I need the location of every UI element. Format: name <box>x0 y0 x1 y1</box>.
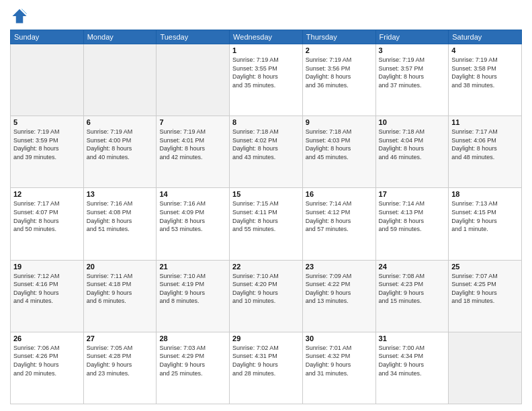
day-number: 1 <box>232 46 300 54</box>
day-number: 12 <box>13 190 81 198</box>
day-cell: 17Sunrise: 7:14 AM Sunset: 4:13 PM Dayli… <box>375 188 449 260</box>
day-cell: 23Sunrise: 7:09 AM Sunset: 4:22 PM Dayli… <box>302 260 375 332</box>
day-cell: 19Sunrise: 7:12 AM Sunset: 4:16 PM Dayli… <box>11 260 84 332</box>
day-cell: 31Sunrise: 7:00 AM Sunset: 4:34 PM Dayli… <box>375 332 449 404</box>
day-number: 22 <box>232 263 300 271</box>
day-number: 16 <box>306 190 373 198</box>
day-number: 8 <box>232 118 300 126</box>
week-row-4: 26Sunrise: 7:06 AM Sunset: 4:26 PM Dayli… <box>11 332 522 404</box>
day-cell: 18Sunrise: 7:13 AM Sunset: 4:15 PM Dayli… <box>449 188 522 260</box>
weekday-header-row: SundayMondayTuesdayWednesdayThursdayFrid… <box>11 30 522 44</box>
day-info: Sunrise: 7:15 AM Sunset: 4:11 PM Dayligh… <box>232 199 300 233</box>
day-number: 3 <box>379 46 446 54</box>
day-info: Sunrise: 7:19 AM Sunset: 4:00 PM Dayligh… <box>87 128 154 161</box>
day-cell: 21Sunrise: 7:10 AM Sunset: 4:19 PM Dayli… <box>157 260 230 332</box>
day-number: 4 <box>451 46 519 54</box>
logo-icon <box>10 7 29 26</box>
day-number: 29 <box>232 334 300 342</box>
day-info: Sunrise: 7:05 AM Sunset: 4:28 PM Dayligh… <box>87 344 154 377</box>
weekday-header-wednesday: Wednesday <box>230 30 303 44</box>
day-info: Sunrise: 7:19 AM Sunset: 3:55 PM Dayligh… <box>232 56 300 89</box>
day-cell: 22Sunrise: 7:10 AM Sunset: 4:20 PM Dayli… <box>230 260 303 332</box>
day-info: Sunrise: 7:14 AM Sunset: 4:13 PM Dayligh… <box>379 199 446 233</box>
header <box>10 7 522 26</box>
calendar: SundayMondayTuesdayWednesdayThursdayFrid… <box>10 30 522 404</box>
day-number: 26 <box>13 334 81 342</box>
day-number: 23 <box>306 263 373 271</box>
day-info: Sunrise: 7:10 AM Sunset: 4:19 PM Dayligh… <box>159 272 226 306</box>
day-info: Sunrise: 7:12 AM Sunset: 4:16 PM Dayligh… <box>13 272 81 306</box>
day-cell: 9Sunrise: 7:18 AM Sunset: 4:03 PM Daylig… <box>302 116 375 188</box>
day-cell: 7Sunrise: 7:19 AM Sunset: 4:01 PM Daylig… <box>157 116 230 188</box>
day-cell: 15Sunrise: 7:15 AM Sunset: 4:11 PM Dayli… <box>230 188 303 260</box>
day-info: Sunrise: 7:19 AM Sunset: 4:01 PM Dayligh… <box>159 128 226 161</box>
day-info: Sunrise: 7:00 AM Sunset: 4:34 PM Dayligh… <box>379 344 446 377</box>
day-number: 10 <box>379 118 446 126</box>
weekday-header-friday: Friday <box>375 30 449 44</box>
page: SundayMondayTuesdayWednesdayThursdayFrid… <box>0 0 532 411</box>
day-info: Sunrise: 7:03 AM Sunset: 4:29 PM Dayligh… <box>159 344 226 377</box>
day-info: Sunrise: 7:09 AM Sunset: 4:22 PM Dayligh… <box>306 272 373 306</box>
day-number: 30 <box>306 334 373 342</box>
day-number: 19 <box>13 263 81 271</box>
day-info: Sunrise: 7:16 AM Sunset: 4:08 PM Dayligh… <box>87 199 154 233</box>
day-number: 13 <box>87 190 154 198</box>
week-row-2: 12Sunrise: 7:17 AM Sunset: 4:07 PM Dayli… <box>11 188 522 260</box>
day-cell <box>83 44 157 116</box>
day-number: 5 <box>13 118 81 126</box>
day-cell: 11Sunrise: 7:17 AM Sunset: 4:06 PM Dayli… <box>449 116 522 188</box>
day-number: 25 <box>451 263 519 271</box>
day-cell: 4Sunrise: 7:19 AM Sunset: 3:58 PM Daylig… <box>449 44 522 116</box>
weekday-header-monday: Monday <box>83 30 157 44</box>
day-cell: 2Sunrise: 7:19 AM Sunset: 3:56 PM Daylig… <box>302 44 375 116</box>
logo <box>10 7 32 26</box>
day-cell <box>11 44 84 116</box>
day-info: Sunrise: 7:16 AM Sunset: 4:09 PM Dayligh… <box>159 199 226 233</box>
day-info: Sunrise: 7:19 AM Sunset: 3:57 PM Dayligh… <box>379 56 446 89</box>
day-cell: 29Sunrise: 7:02 AM Sunset: 4:31 PM Dayli… <box>230 332 303 404</box>
day-cell <box>157 44 230 116</box>
day-info: Sunrise: 7:18 AM Sunset: 4:03 PM Dayligh… <box>306 128 373 161</box>
day-cell: 5Sunrise: 7:19 AM Sunset: 3:59 PM Daylig… <box>11 116 84 188</box>
day-number: 17 <box>379 190 446 198</box>
day-info: Sunrise: 7:18 AM Sunset: 4:02 PM Dayligh… <box>232 128 300 161</box>
day-info: Sunrise: 7:18 AM Sunset: 4:04 PM Dayligh… <box>379 128 446 161</box>
day-cell: 25Sunrise: 7:07 AM Sunset: 4:25 PM Dayli… <box>449 260 522 332</box>
day-info: Sunrise: 7:02 AM Sunset: 4:31 PM Dayligh… <box>232 344 300 377</box>
weekday-header-sunday: Sunday <box>11 30 84 44</box>
day-cell: 16Sunrise: 7:14 AM Sunset: 4:12 PM Dayli… <box>302 188 375 260</box>
day-info: Sunrise: 7:17 AM Sunset: 4:06 PM Dayligh… <box>451 128 519 161</box>
day-number: 11 <box>451 118 519 126</box>
day-number: 14 <box>159 190 226 198</box>
day-cell: 26Sunrise: 7:06 AM Sunset: 4:26 PM Dayli… <box>11 332 84 404</box>
day-info: Sunrise: 7:19 AM Sunset: 3:58 PM Dayligh… <box>451 56 519 89</box>
day-cell: 6Sunrise: 7:19 AM Sunset: 4:00 PM Daylig… <box>83 116 157 188</box>
day-cell: 1Sunrise: 7:19 AM Sunset: 3:55 PM Daylig… <box>230 44 303 116</box>
day-info: Sunrise: 7:19 AM Sunset: 3:56 PM Dayligh… <box>306 56 373 89</box>
day-info: Sunrise: 7:19 AM Sunset: 3:59 PM Dayligh… <box>13 128 81 161</box>
day-info: Sunrise: 7:11 AM Sunset: 4:18 PM Dayligh… <box>87 272 154 306</box>
day-info: Sunrise: 7:14 AM Sunset: 4:12 PM Dayligh… <box>306 199 373 233</box>
day-cell: 12Sunrise: 7:17 AM Sunset: 4:07 PM Dayli… <box>11 188 84 260</box>
day-number: 21 <box>159 263 226 271</box>
day-info: Sunrise: 7:01 AM Sunset: 4:32 PM Dayligh… <box>306 344 373 377</box>
day-cell: 24Sunrise: 7:08 AM Sunset: 4:23 PM Dayli… <box>375 260 449 332</box>
day-number: 9 <box>306 118 373 126</box>
weekday-header-thursday: Thursday <box>302 30 375 44</box>
week-row-1: 5Sunrise: 7:19 AM Sunset: 3:59 PM Daylig… <box>11 116 522 188</box>
day-cell: 27Sunrise: 7:05 AM Sunset: 4:28 PM Dayli… <box>83 332 157 404</box>
day-number: 27 <box>87 334 154 342</box>
day-number: 28 <box>159 334 226 342</box>
day-number: 18 <box>451 190 519 198</box>
day-info: Sunrise: 7:10 AM Sunset: 4:20 PM Dayligh… <box>232 272 300 306</box>
day-number: 31 <box>379 334 446 342</box>
day-number: 2 <box>306 46 373 54</box>
day-cell <box>449 332 522 404</box>
week-row-3: 19Sunrise: 7:12 AM Sunset: 4:16 PM Dayli… <box>11 260 522 332</box>
day-number: 7 <box>159 118 226 126</box>
day-cell: 20Sunrise: 7:11 AM Sunset: 4:18 PM Dayli… <box>83 260 157 332</box>
weekday-header-tuesday: Tuesday <box>157 30 230 44</box>
day-cell: 30Sunrise: 7:01 AM Sunset: 4:32 PM Dayli… <box>302 332 375 404</box>
day-info: Sunrise: 7:08 AM Sunset: 4:23 PM Dayligh… <box>379 272 446 306</box>
day-info: Sunrise: 7:07 AM Sunset: 4:25 PM Dayligh… <box>451 272 519 306</box>
